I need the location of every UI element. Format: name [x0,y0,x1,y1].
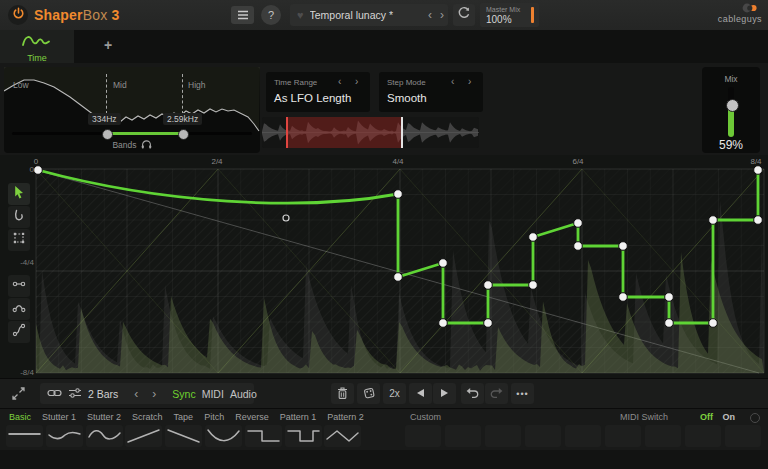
wave-preset-label-reverse[interactable]: Reverse [235,412,269,422]
lfo-node[interactable] [34,166,43,175]
loop-region-start[interactable] [286,117,288,148]
custom-slot-4[interactable] [525,425,561,447]
wave-preset-label-tape[interactable]: Tape [174,412,194,422]
wave-preset-label-stutter-2[interactable]: Stutter 2 [87,412,121,422]
randomize-button[interactable] [357,383,380,404]
lfo-node[interactable] [574,219,583,228]
wave-preset-tile-stutter-2[interactable] [86,425,123,447]
expand-button[interactable] [10,385,27,406]
wave-preset-label-scratch[interactable]: Scratch [132,412,163,422]
wave-preset-tile-tape[interactable] [165,425,202,447]
tool-select[interactable] [8,229,30,251]
loop-length-next[interactable]: › [148,388,160,400]
tool-s-curve[interactable] [8,321,30,343]
lfo-canvas[interactable] [0,155,768,378]
power-button[interactable] [8,5,28,25]
mode-midi[interactable]: MIDI [202,388,224,400]
tab-time[interactable]: Time [0,30,74,63]
lfo-node[interactable] [619,293,628,302]
preset-browser[interactable]: ♥ Temporal lunacy * ‹ › [290,4,448,26]
custom-slot-8[interactable] [685,425,721,447]
audio-preview-strip[interactable] [262,117,479,148]
time-range-next-button[interactable]: › [355,76,358,87]
custom-slot-2[interactable] [445,425,481,447]
mix-slider-handle[interactable] [726,99,739,112]
custom-slot-3[interactable] [485,425,521,447]
wave-preset-tile-reverse[interactable] [245,425,282,447]
lfo-node[interactable] [574,242,583,251]
step-mode-value[interactable]: Smooth [387,92,427,104]
custom-slot-1[interactable] [405,425,441,447]
lfo-node[interactable] [439,319,448,328]
wave-preset-label-pitch[interactable]: Pitch [204,412,224,422]
midi-switch-off[interactable]: Off [700,412,713,422]
crossover-freq-low[interactable]: 334Hz [88,113,121,125]
wave-preset-tile-scratch[interactable] [125,425,162,447]
lfo-node[interactable] [754,166,763,175]
headphones-icon[interactable] [141,139,152,151]
tool-line[interactable] [8,275,30,297]
lfo-node[interactable] [484,281,493,290]
lfo-node[interactable] [709,319,718,328]
custom-slot-6[interactable] [605,425,641,447]
wave-preset-tile-pattern-2[interactable] [324,425,361,447]
wave-preset-label-stutter-1[interactable]: Stutter 1 [42,412,76,422]
time-range-prev-button[interactable]: ‹ [338,76,341,87]
link-icon[interactable] [47,385,62,403]
mode-sync[interactable]: Sync [172,388,195,400]
help-button[interactable]: ? [261,5,281,25]
lfo-node[interactable] [394,190,403,199]
wave-preset-tile-pitch[interactable] [205,425,242,447]
time-range-value[interactable]: As LFO Length [274,92,351,104]
menu-button[interactable] [231,6,254,24]
preset-prev-button[interactable]: ‹ [424,9,436,21]
tool-cursor[interactable] [8,183,30,205]
lfo-node[interactable] [754,216,763,225]
master-mix-slider[interactable] [531,7,534,23]
step-mode-next-button[interactable]: › [468,76,471,87]
crossover-line-high[interactable] [182,74,183,114]
lfo-node[interactable] [439,259,448,268]
more-options-button[interactable]: ••• [511,383,534,404]
loop-region-overlay[interactable] [287,117,401,148]
lfo-node[interactable] [529,233,538,242]
master-mix-control[interactable]: Master Mix 100% [480,3,539,27]
midi-learn-icon[interactable] [750,413,760,423]
loop-length-prev[interactable]: ‹ [130,388,142,400]
band-panel[interactable]: Low Mid High 334Hz 2.59kHz Bands [4,67,260,153]
lfo-node[interactable] [665,319,674,328]
lfo-node[interactable] [484,319,493,328]
lfo-node[interactable] [529,281,538,290]
add-tab-button[interactable]: + [99,36,117,54]
wave-preset-tile-pattern-1[interactable] [285,425,322,447]
preset-name[interactable]: Temporal lunacy * [310,9,424,21]
double-pattern-button[interactable]: 2x [383,383,406,404]
tool-arc[interactable] [8,298,30,320]
wave-preset-label-pattern-1[interactable]: Pattern 1 [280,412,317,422]
undo-button[interactable] [461,383,484,404]
mode-audio[interactable]: Audio [230,388,257,400]
ab-loop-button[interactable] [453,4,475,26]
lfo-node[interactable] [394,273,403,282]
custom-slot-5[interactable] [565,425,601,447]
crossover-freq-high[interactable]: 2.59kHz [163,113,202,125]
favorite-icon[interactable]: ♥ [297,9,304,21]
tool-draw[interactable] [8,206,30,228]
lfo-node[interactable] [619,242,628,251]
midi-switch-on[interactable]: On [723,412,736,422]
custom-slot-9[interactable] [725,425,761,447]
wave-settings-icon[interactable] [68,385,82,403]
step-mode-prev-button[interactable]: ‹ [451,76,454,87]
preset-next-button[interactable]: › [436,9,448,21]
wave-preset-label-pattern-2[interactable]: Pattern 2 [327,412,364,422]
loop-length-value[interactable]: 2 Bars [88,388,118,400]
crossover-line-low[interactable] [106,74,107,114]
shift-right-button[interactable] [433,383,456,404]
wave-preset-tile-basic[interactable] [6,425,43,447]
redo-button[interactable] [485,383,508,404]
delete-button[interactable] [331,383,354,404]
custom-slot-7[interactable] [645,425,681,447]
lfo-node[interactable] [709,216,718,225]
band-slider-range[interactable] [106,132,182,135]
lfo-editor[interactable]: 02/44/46/48/40-4/4-8/4 [0,155,768,378]
